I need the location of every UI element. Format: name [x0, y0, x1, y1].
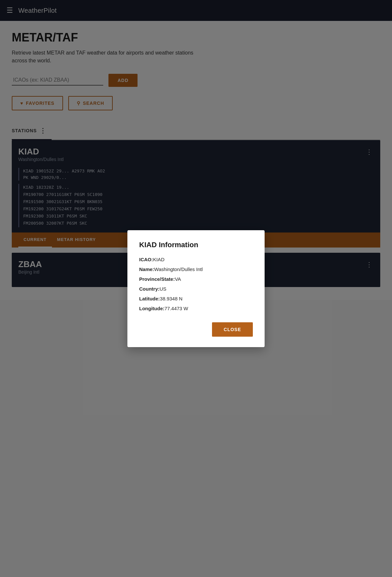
modal-name-row: Name:Washington/Dulles Intl [139, 265, 253, 273]
modal-longitude-row: Longitude:77.4473 W [139, 305, 253, 313]
modal-country-row: Country:US [139, 285, 253, 293]
modal-icao-row: ICAO:KIAD [139, 256, 253, 264]
modal-province-row: Province/State:VA [139, 275, 253, 283]
modal-latitude-row: Latitude:38.9348 N [139, 295, 253, 303]
modal-close-button[interactable]: CLOSE [212, 322, 253, 337]
kiad-info-modal: KIAD Information ICAO:KIAD Name:Washingt… [127, 230, 265, 347]
modal-overlay: KIAD Information ICAO:KIAD Name:Washingt… [0, 0, 392, 577]
modal-title: KIAD Information [139, 241, 253, 249]
